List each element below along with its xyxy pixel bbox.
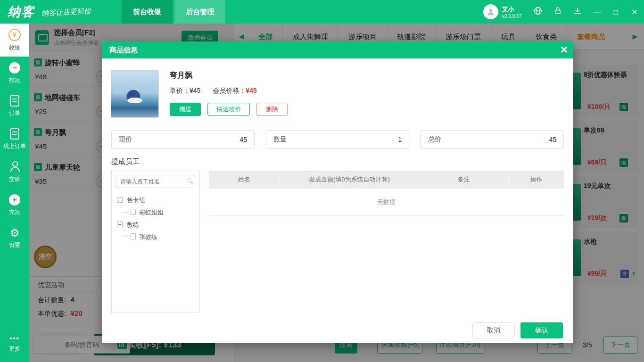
sidebar-item-more[interactable]: ••• 更多 bbox=[0, 327, 29, 360]
magnifier-icon bbox=[187, 178, 191, 182]
tree-leaf-staff[interactable]: 彩虹姐姐 bbox=[112, 206, 199, 218]
sidebar-item-cashier[interactable]: ¥ 收银 bbox=[0, 24, 29, 57]
lock-icon[interactable] bbox=[548, 6, 568, 17]
modal-product-name: 弯月飘 bbox=[170, 71, 192, 81]
tree-leaf-staff[interactable]: 张教练 bbox=[112, 230, 199, 243]
sidebar-item-shift[interactable]: 交班 bbox=[0, 156, 29, 189]
tree-connector bbox=[122, 212, 129, 213]
more-dots-icon: ••• bbox=[9, 334, 20, 342]
tree-leaf-label: 张教练 bbox=[139, 233, 157, 241]
commission-staff-title: 提成员工 bbox=[111, 157, 140, 166]
cashier-icon: ¥ bbox=[8, 29, 21, 41]
product-photo bbox=[111, 70, 159, 118]
col-name: 姓名 bbox=[209, 171, 280, 189]
sidebar-label: 线上订单 bbox=[3, 142, 26, 150]
globe-icon[interactable] bbox=[528, 6, 548, 17]
unit-price-label: 单价： bbox=[170, 87, 190, 94]
modal-close-icon[interactable]: × bbox=[561, 41, 568, 58]
deduct-count-icon: − bbox=[9, 62, 20, 74]
shift-person-icon bbox=[9, 161, 20, 173]
sidebar-item-deduct[interactable]: − 扣次 bbox=[0, 57, 29, 90]
sidebar-label: 交班 bbox=[9, 175, 20, 183]
avatar[interactable] bbox=[483, 4, 498, 19]
tree-connector bbox=[122, 237, 129, 237]
gear-icon: ⚙ bbox=[10, 227, 20, 239]
sidebar: ¥ 收银 − 扣次 订单 线上订单 交班 + 充次 ⚙ 设置 ••• 更多 bbox=[0, 24, 29, 362]
sidebar-item-online-orders[interactable]: 线上订单 bbox=[0, 123, 29, 156]
user-meta: 艾小 v2.0.0.37 bbox=[502, 5, 521, 19]
app-window: 纳客 纳客让店更轻松 前台收银 后台管理 艾小 v2.0.0.37 — □ × bbox=[0, 0, 644, 362]
quantity-label: 数量 bbox=[273, 135, 287, 144]
tab-back-admin[interactable]: 后台管理 bbox=[174, 0, 225, 24]
sidebar-item-settings[interactable]: ⚙ 设置 bbox=[0, 222, 29, 255]
tree-group-label: 教练 bbox=[127, 221, 139, 229]
current-price-input[interactable] bbox=[190, 136, 247, 143]
staff-search-input[interactable] bbox=[116, 175, 195, 188]
close-button[interactable]: × bbox=[625, 6, 644, 17]
gift-button[interactable]: 赠送 bbox=[170, 103, 201, 116]
commission-table: 姓名 提成金额(填0为系统自动计算) 备注 操作 无数据 bbox=[209, 171, 564, 216]
collapse-icon[interactable] bbox=[117, 197, 123, 203]
col-remark: 备注 bbox=[419, 171, 508, 189]
current-price-field: 现价 bbox=[111, 130, 255, 149]
col-action: 操作 bbox=[508, 171, 564, 189]
order-list-icon bbox=[10, 95, 19, 107]
download-icon[interactable] bbox=[568, 6, 587, 17]
staff-doc-icon bbox=[131, 233, 136, 239]
sidebar-label: 更多 bbox=[9, 345, 20, 353]
tree-group-sales[interactable]: 售卡组 bbox=[112, 194, 199, 206]
confirm-button[interactable]: 确认 bbox=[520, 322, 563, 338]
tree-group-coach[interactable]: 教练 bbox=[112, 218, 199, 230]
app-version: v2.0.0.37 bbox=[502, 14, 521, 19]
modal-header: 商品信息 × bbox=[102, 41, 573, 58]
table-header-row: 姓名 提成金额(填0为系统自动计算) 备注 操作 bbox=[209, 171, 564, 189]
empty-state: 无数据 bbox=[209, 189, 564, 216]
sidebar-label: 收银 bbox=[9, 44, 20, 52]
user-name: 艾小 bbox=[502, 5, 521, 14]
staff-tree-panel: 售卡组 彩虹姐姐 教练 张教练 bbox=[111, 171, 200, 313]
sidebar-label: 充次 bbox=[9, 208, 20, 216]
sidebar-item-orders[interactable]: 订单 bbox=[0, 90, 29, 123]
minimize-button[interactable]: — bbox=[587, 7, 606, 16]
online-order-icon bbox=[10, 128, 19, 140]
total-price-input[interactable] bbox=[500, 136, 556, 143]
topbar: 纳客 纳客让店更轻松 前台收银 后台管理 艾小 v2.0.0.37 — □ × bbox=[0, 0, 644, 24]
tree-leaf-label: 彩虹姐姐 bbox=[139, 208, 164, 217]
recharge-count-icon: + bbox=[9, 194, 20, 206]
collapse-icon[interactable] bbox=[117, 222, 123, 227]
unit-price-value: ¥45 bbox=[190, 87, 200, 94]
sidebar-label: 扣次 bbox=[9, 76, 20, 84]
tab-front-cashier[interactable]: 前台收银 bbox=[122, 0, 173, 24]
total-price-field: 总价 bbox=[421, 130, 564, 149]
delete-button[interactable]: 删除 bbox=[256, 103, 288, 116]
modal-title: 商品信息 bbox=[109, 41, 138, 58]
cancel-button[interactable]: 取消 bbox=[472, 322, 515, 338]
maximize-button[interactable]: □ bbox=[606, 8, 625, 16]
app-slogan: 纳客让店更轻松 bbox=[41, 6, 103, 18]
quick-change-price-button[interactable]: 快速改价 bbox=[207, 103, 250, 116]
total-price-label: 总价 bbox=[428, 135, 441, 144]
staff-doc-icon bbox=[131, 209, 136, 215]
member-price-label: 会员价格： bbox=[213, 87, 246, 94]
sidebar-item-recharge[interactable]: + 充次 bbox=[0, 189, 29, 222]
quantity-input[interactable] bbox=[345, 136, 402, 143]
sidebar-label: 设置 bbox=[9, 241, 20, 249]
price-line: 单价：¥45会员价格：¥45 bbox=[170, 87, 257, 95]
member-price-value: ¥45 bbox=[246, 87, 256, 94]
app-logo: 纳客 bbox=[8, 3, 35, 20]
product-info-modal: 商品信息 × 弯月飘 单价：¥45会员价格：¥45 赠送 快速改价 删除 现价 … bbox=[102, 41, 573, 343]
col-commission: 提成金额(填0为系统自动计算) bbox=[280, 171, 419, 189]
sidebar-label: 订单 bbox=[9, 109, 20, 117]
tree-group-label: 售卡组 bbox=[127, 196, 145, 205]
current-price-label: 现价 bbox=[119, 135, 132, 144]
quantity-field: 数量 bbox=[266, 130, 409, 149]
user-icon bbox=[486, 7, 495, 16]
